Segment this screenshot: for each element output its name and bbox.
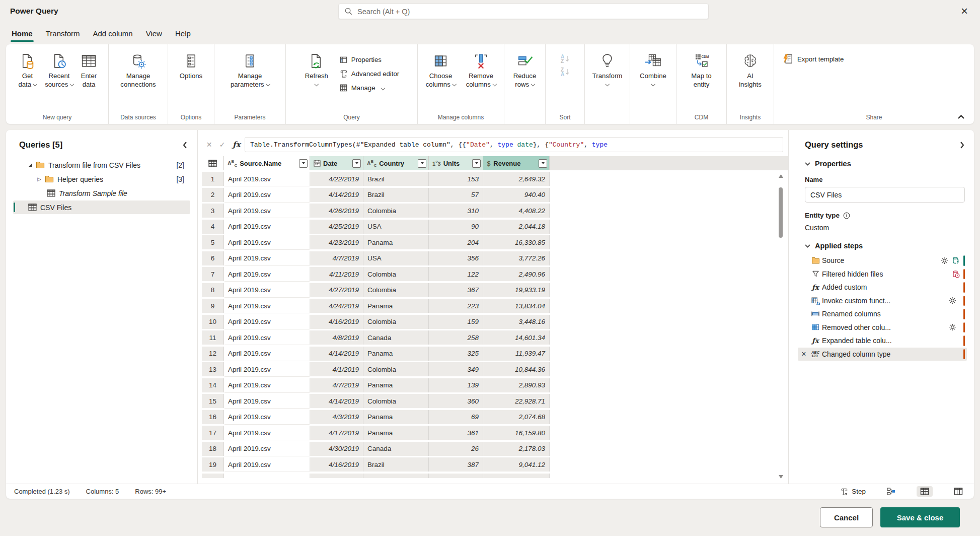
cell-source-name[interactable]: April 2019.csv xyxy=(224,457,310,472)
cell-source-name[interactable]: April 2019.csv xyxy=(224,267,310,281)
cell-revenue[interactable]: 16,159.80 xyxy=(483,426,550,440)
step-script-button[interactable]: Step xyxy=(840,488,866,496)
cell-row-number[interactable]: 4 xyxy=(202,220,224,234)
cell-row-number[interactable]: 3 xyxy=(202,204,224,218)
cell-date[interactable]: 4/14/2019 xyxy=(310,188,363,202)
filter-button[interactable] xyxy=(299,159,308,168)
cell-revenue[interactable]: 3,448.16 xyxy=(483,315,550,329)
cell-country[interactable]: Panama xyxy=(363,299,429,313)
cell-row-number[interactable]: 14 xyxy=(202,378,224,392)
cell-source-name[interactable]: April 2019.csv xyxy=(224,330,310,345)
cell-date[interactable]: 4/8/2019 xyxy=(310,330,363,345)
tab-transform[interactable]: Transform xyxy=(39,22,87,44)
cell-units[interactable]: 258 xyxy=(429,330,483,345)
vertical-scrollbar[interactable] xyxy=(777,174,784,479)
cell-date[interactable]: 4/1/2019 xyxy=(310,362,363,376)
cell-date[interactable]: 4/23/2019 xyxy=(310,235,363,249)
options-button[interactable]: Options xyxy=(177,49,206,82)
cell-units[interactable]: 26 xyxy=(429,442,483,456)
info-icon[interactable] xyxy=(843,212,850,219)
table-row[interactable]: 2 April 2019.csv 4/14/2019 Brazil 57 940… xyxy=(202,188,788,202)
cell-row-number[interactable]: 1 xyxy=(202,172,224,186)
cell-units[interactable]: 122 xyxy=(429,267,483,281)
cell-country[interactable]: Colombia xyxy=(363,267,429,281)
cell-country[interactable]: Colombia xyxy=(363,315,429,329)
cell-source-name[interactable]: April 2019.csv xyxy=(224,204,310,218)
table-row[interactable]: 17 April 2019.csv 4/17/2019 Panama 361 1… xyxy=(202,426,788,440)
collapse-settings-pane-button[interactable] xyxy=(960,141,965,149)
cell-revenue[interactable]: 940.40 xyxy=(483,188,550,202)
cell-units[interactable]: 153 xyxy=(429,172,483,186)
cell-source-name[interactable]: April 2019.csv xyxy=(224,347,310,361)
cell-date[interactable]: 4/24/2019 xyxy=(310,299,363,313)
cell-source-name[interactable]: April 2019.csv xyxy=(224,299,310,313)
table-row[interactable]: 16 April 2019.csv 4/3/2019 Panama 69 2,0… xyxy=(202,410,788,424)
cell-revenue[interactable]: 3,772.26 xyxy=(483,251,550,265)
cell-country[interactable]: Canada xyxy=(363,442,429,456)
table-row[interactable]: 5 April 2019.csv 4/23/2019 Panama 204 16… xyxy=(202,235,788,249)
cell-units[interactable]: 349 xyxy=(429,362,483,376)
query-name-input[interactable] xyxy=(805,187,965,203)
cell-country[interactable]: Panama xyxy=(363,347,429,361)
cell-units[interactable]: 367 xyxy=(429,283,483,297)
cell-row-number[interactable]: 15 xyxy=(202,394,224,408)
cell-country[interactable]: Colombia xyxy=(363,283,429,297)
applied-steps-section-header[interactable]: Applied steps xyxy=(805,242,967,250)
cell-source-name[interactable]: April 2019.csv xyxy=(224,378,310,392)
table-row[interactable]: 12 April 2019.csv 4/14/2019 Panama 325 1… xyxy=(202,347,788,361)
cell-country[interactable]: Panama xyxy=(363,378,429,392)
table-row[interactable]: 19 April 2019.csv 4/16/2019 Brazil 387 9… xyxy=(202,457,788,472)
cell-date[interactable]: 4/26/2019 xyxy=(310,204,363,218)
cell-revenue[interactable]: 14,601.34 xyxy=(483,330,550,345)
advanced-editor-button[interactable]: Advanced editor xyxy=(336,68,402,80)
remove-columns-button[interactable]: Remove columns xyxy=(463,49,500,90)
step-settings-icon[interactable] xyxy=(941,257,948,264)
table-row[interactable]: 11 April 2019.csv 4/8/2019 Canada 258 14… xyxy=(202,330,788,345)
applied-step[interactable]: fx Invoke custom funct... xyxy=(798,294,967,308)
filter-button[interactable] xyxy=(352,159,361,168)
table-row[interactable]: 3 April 2019.csv 4/26/2019 Colombia 310 … xyxy=(202,204,788,218)
cell-row-number[interactable]: 7 xyxy=(202,267,224,281)
table-row[interactable]: 7 April 2019.csv 4/11/2019 Colombia 122 … xyxy=(202,267,788,281)
applied-step[interactable]: Filtered hidden files xyxy=(798,267,967,281)
cell-row-number[interactable]: 18 xyxy=(202,442,224,456)
cell-units[interactable]: 356 xyxy=(429,251,483,265)
tab-view[interactable]: View xyxy=(139,22,169,44)
cell-country[interactable]: Panama xyxy=(363,426,429,440)
scroll-up-icon[interactable] xyxy=(779,174,783,178)
cell-source-name[interactable]: April 2019.csv xyxy=(224,172,310,186)
cell-date[interactable]: 4/30/2019 xyxy=(310,442,363,456)
cell-row-number[interactable]: 13 xyxy=(202,362,224,376)
save-and-close-button[interactable]: Save & close xyxy=(880,507,960,527)
collapse-ribbon-button[interactable] xyxy=(957,114,965,119)
cell-date[interactable]: 4/7/2019 xyxy=(310,378,363,392)
cell-date[interactable]: 4/3/2019 xyxy=(310,410,363,424)
get-data-button[interactable]: Get data xyxy=(14,49,42,90)
filter-button[interactable] xyxy=(418,159,426,168)
tab-add-column[interactable]: Add column xyxy=(86,22,139,44)
cell-units[interactable]: 159 xyxy=(429,315,483,329)
cell-units[interactable]: 310 xyxy=(429,204,483,218)
manage-button[interactable]: Manage xyxy=(336,82,402,94)
table-row[interactable]: 1 April 2019.csv 4/22/2019 Brazil 153 2,… xyxy=(202,172,788,186)
cell-date[interactable]: 4/11/2019 xyxy=(310,267,363,281)
cell-revenue[interactable]: 4,408.22 xyxy=(483,204,550,218)
cell-country[interactable]: USA xyxy=(363,220,429,234)
query-item[interactable]: Transform Sample file xyxy=(13,186,190,200)
cell-revenue[interactable]: 22,928.71 xyxy=(483,394,550,408)
refresh-button[interactable]: Refresh xyxy=(301,49,332,86)
cell-revenue[interactable]: 2,649.32 xyxy=(483,172,550,186)
cell-revenue[interactable]: 9,041.12 xyxy=(483,457,550,472)
cell-country[interactable]: Colombia xyxy=(363,204,429,218)
cell-country[interactable]: Brazil xyxy=(363,188,429,202)
cell-units[interactable]: 387 xyxy=(429,457,483,472)
table-row[interactable]: 4 April 2019.csv 4/25/2019 USA 90 2,044.… xyxy=(202,220,788,234)
search-box[interactable] xyxy=(338,4,709,19)
cell-row-number[interactable]: 5 xyxy=(202,235,224,249)
export-template-button[interactable]: Export template xyxy=(776,49,849,64)
table-row[interactable]: 13 April 2019.csv 4/1/2019 Colombia 349 … xyxy=(202,362,788,376)
cell-row-number[interactable]: 11 xyxy=(202,330,224,345)
cell-source-name[interactable]: April 2019.csv xyxy=(224,315,310,329)
tab-help[interactable]: Help xyxy=(169,22,197,44)
cell-revenue[interactable]: 2,074.68 xyxy=(483,410,550,424)
